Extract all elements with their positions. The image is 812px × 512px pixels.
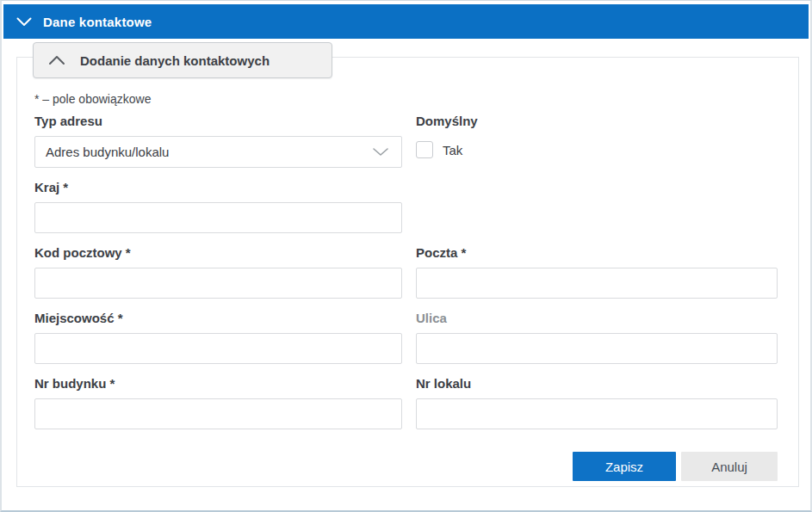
field-poczta: Poczta *	[416, 245, 778, 299]
form-grid: Typ adresu Adres budynku/lokalu Domyślny…	[34, 114, 778, 481]
field-kraj: Kraj *	[34, 180, 402, 233]
field-ulica: Ulica	[416, 311, 778, 364]
field-kod-pocztowy: Kod pocztowy *	[34, 245, 402, 299]
chevron-down-icon	[16, 17, 32, 27]
form-buttons: Zapisz Anuluj	[416, 452, 778, 481]
nr-lokalu-label: Nr lokalu	[416, 376, 778, 392]
form-panel: * – pole obowiązkowe Typ adresu Adres bu…	[16, 57, 799, 487]
domyslny-label: Domyślny	[416, 114, 778, 129]
save-button[interactable]: Zapisz	[573, 452, 676, 481]
nr-lokalu-input[interactable]	[416, 398, 778, 429]
required-field-note: * – pole obowiązkowe	[34, 92, 778, 106]
poczta-input[interactable]	[416, 268, 778, 299]
kraj-label: Kraj *	[34, 180, 402, 195]
field-nr-lokalu: Nr lokalu	[416, 376, 778, 429]
field-miejscowosc: Miejscowość *	[34, 311, 402, 364]
poczta-label: Poczta *	[416, 245, 778, 261]
nr-budynku-label: Nr budynku *	[34, 376, 402, 392]
typ-adresu-label: Typ adresu	[34, 114, 402, 129]
tab-dodanie-danych-kontaktowych[interactable]: Dodanie danych kontaktowych	[33, 42, 332, 78]
chevron-up-icon	[48, 55, 65, 65]
miejscowosc-label: Miejscowość *	[34, 311, 402, 326]
accordion-title: Dane kontaktowe	[43, 15, 152, 29]
cancel-button[interactable]: Anuluj	[681, 452, 778, 481]
typ-adresu-selected-value: Adres budynku/lokalu	[46, 145, 169, 159]
accordion-header-dane-kontaktowe[interactable]: Dane kontaktowe	[3, 4, 809, 39]
field-typ-adresu: Typ adresu Adres budynku/lokalu	[34, 114, 402, 168]
nr-budynku-input[interactable]	[34, 398, 402, 429]
domyslny-checkbox-label: Tak	[443, 143, 462, 157]
domyslny-checkbox[interactable]	[416, 141, 433, 158]
tab-title: Dodanie danych kontaktowych	[80, 53, 270, 68]
ulica-input[interactable]	[416, 333, 778, 364]
kod-pocztowy-input[interactable]	[34, 268, 402, 299]
kraj-input[interactable]	[34, 202, 402, 233]
typ-adresu-select[interactable]: Adres budynku/lokalu	[34, 136, 402, 168]
field-domyslny: Domyślny Tak	[416, 114, 778, 168]
kod-pocztowy-label: Kod pocztowy *	[34, 245, 402, 261]
domyslny-checkbox-row: Tak	[416, 139, 778, 160]
field-nr-budynku: Nr budynku *	[34, 376, 402, 429]
contact-data-card: Dane kontaktowe Dodanie danych kontaktow…	[0, 0, 812, 512]
miejscowosc-input[interactable]	[34, 333, 402, 364]
chevron-down-icon	[372, 147, 389, 157]
ulica-label: Ulica	[416, 311, 778, 326]
